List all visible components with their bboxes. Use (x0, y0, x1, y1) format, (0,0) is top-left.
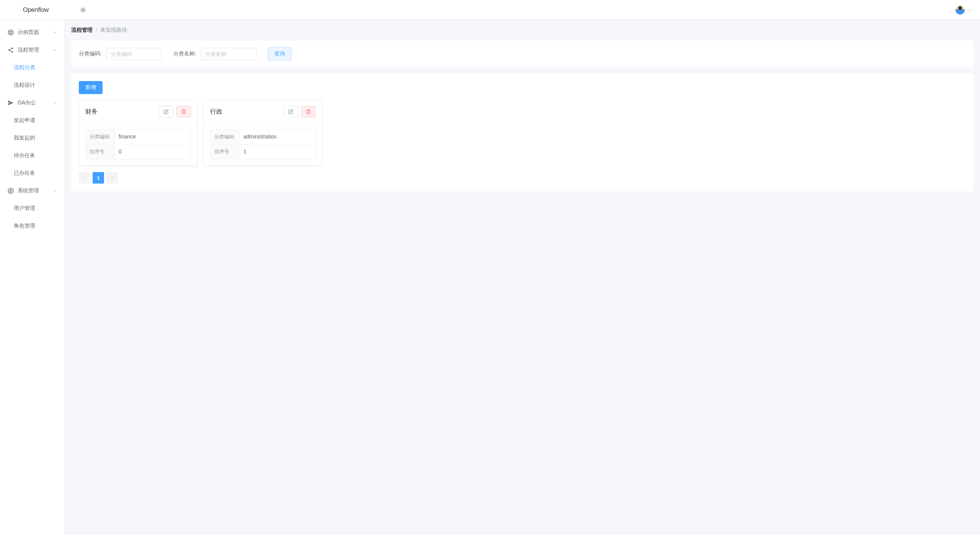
svg-point-20 (10, 190, 11, 192)
chevron-right-icon (110, 176, 114, 180)
category-code-input[interactable] (106, 48, 162, 60)
main-content: 流程管理 / 未实现路径 分类编码: 分类名称: 查询 新增 (65, 20, 980, 535)
sidebar-item-system-users[interactable]: 用户管理 (0, 200, 65, 217)
form-label-name: 分类名称: (173, 50, 196, 57)
sidebar-item-oa-todo[interactable]: 待办任务 (0, 147, 65, 164)
paper-plane-icon (8, 100, 14, 106)
delete-button[interactable] (301, 106, 316, 117)
svg-line-7 (81, 11, 81, 12)
sidebar-item-label: OA办公 (18, 99, 36, 106)
info-value-sort: 1 (240, 145, 315, 159)
edit-button[interactable] (284, 106, 298, 117)
card-actions (284, 106, 316, 117)
sidebar-item-label: 用户管理 (14, 205, 35, 211)
info-table: 分类编码 finance 排序号 0 (85, 129, 191, 159)
svg-line-13 (11, 31, 13, 32)
sidebar-item-system[interactable]: 系统管理 (0, 182, 65, 200)
category-name-input[interactable] (201, 48, 256, 60)
card-header: 财务 (79, 101, 197, 123)
sidebar-item-workflow[interactable]: 流程管理 (0, 41, 65, 59)
svg-line-4 (85, 11, 85, 12)
theme-toggle-button[interactable] (80, 7, 86, 13)
sidebar-item-label: 示例页面 (18, 29, 39, 36)
sidebar-item-oa-done[interactable]: 已办任务 (0, 164, 65, 182)
info-value-code: administration (240, 130, 315, 144)
chevron-up-icon (52, 48, 57, 52)
card-actions (159, 106, 191, 117)
share-icon (8, 47, 14, 53)
sidebar-item-label: 我发起的 (14, 135, 35, 141)
info-table: 分类编码 administration 排序号 1 (210, 129, 316, 159)
svg-point-17 (11, 51, 13, 53)
sidebar-item-oa[interactable]: OA办公 (0, 94, 65, 112)
info-row: 排序号 1 (210, 145, 315, 159)
info-value-code: finance (115, 130, 191, 144)
sun-icon (80, 7, 86, 13)
svg-point-0 (82, 9, 84, 11)
sidebar-item-workflow-category[interactable]: 流程分类 (0, 59, 65, 76)
add-button[interactable]: 新增 (79, 81, 103, 94)
sidebar: 示例页面 流程管理 流程分类 流程设计 OA办公 发起申请 (0, 20, 65, 535)
info-label-code: 分类编码 (210, 130, 240, 144)
delete-button[interactable] (176, 106, 191, 117)
svg-line-11 (9, 31, 10, 32)
query-button[interactable]: 查询 (268, 47, 292, 60)
chevron-up-icon (52, 189, 57, 193)
card-title: 行政 (210, 108, 222, 116)
sidebar-item-label: 流程管理 (18, 47, 39, 54)
info-value-sort: 0 (115, 145, 191, 159)
form-label-code: 分类编码: (79, 50, 102, 57)
svg-line-14 (9, 33, 10, 34)
pagination: 1 (79, 172, 966, 184)
card-title: 财务 (85, 108, 98, 116)
chevron-down-icon (968, 8, 972, 12)
chevron-left-icon (82, 176, 87, 180)
chevron-down-icon (52, 30, 57, 35)
sidebar-item-system-roles[interactable]: 角色管理 (0, 217, 65, 235)
sidebar-item-oa-mine[interactable]: 我发起的 (0, 129, 65, 147)
page-next-button[interactable] (106, 172, 118, 184)
container: 示例页面 流程管理 流程分类 流程设计 OA办公 发起申请 (0, 20, 980, 535)
user-menu[interactable] (956, 5, 972, 15)
svg-point-10 (10, 31, 11, 33)
search-panel: 分类编码: 分类名称: 查询 (71, 41, 974, 67)
svg-point-15 (11, 47, 13, 49)
svg-point-16 (8, 49, 10, 51)
sidebar-item-label: 待办任务 (14, 152, 35, 158)
info-row: 排序号 0 (86, 145, 191, 159)
lifebuoy-icon (8, 29, 14, 36)
sidebar-item-workflow-design[interactable]: 流程设计 (0, 76, 65, 94)
breadcrumb-path: 未实现路径 (100, 27, 127, 34)
app-logo: Openflow (23, 7, 49, 13)
breadcrumb-separator: / (96, 27, 97, 33)
svg-line-12 (11, 33, 13, 34)
avatar (956, 5, 965, 15)
edit-button[interactable] (159, 106, 173, 117)
page-number-button[interactable]: 1 (93, 172, 104, 184)
card-body: 分类编码 finance 排序号 0 (79, 123, 197, 166)
edit-icon (163, 109, 169, 114)
info-row: 分类编码 finance (86, 130, 191, 145)
form-item-code: 分类编码: (79, 48, 162, 60)
sidebar-item-oa-apply[interactable]: 发起申请 (0, 112, 65, 129)
card-body: 分类编码 administration 排序号 1 (204, 123, 322, 166)
sidebar-item-examples[interactable]: 示例页面 (0, 24, 65, 41)
category-card: 行政 分类编码 (204, 100, 322, 166)
edit-icon (288, 109, 294, 114)
info-label-sort: 排序号 (86, 145, 115, 159)
chevron-up-icon (52, 101, 57, 105)
cards-row: 财务 分类编码 (79, 100, 966, 166)
sidebar-item-label: 流程设计 (14, 82, 35, 88)
sidebar-item-label: 已办任务 (14, 170, 35, 176)
sidebar-item-label: 流程分类 (14, 64, 35, 70)
sidebar-item-label: 发起申请 (14, 117, 35, 123)
info-label-code: 分类编码 (86, 130, 115, 144)
page-prev-button[interactable] (79, 172, 90, 184)
card-header: 行政 (204, 101, 322, 123)
breadcrumb: 流程管理 / 未实现路径 (71, 26, 974, 34)
svg-line-19 (10, 49, 12, 50)
sidebar-item-label: 系统管理 (18, 187, 39, 194)
sidebar-item-label: 角色管理 (14, 223, 35, 229)
svg-line-3 (81, 8, 81, 8)
form-item-name: 分类名称: (173, 48, 256, 60)
